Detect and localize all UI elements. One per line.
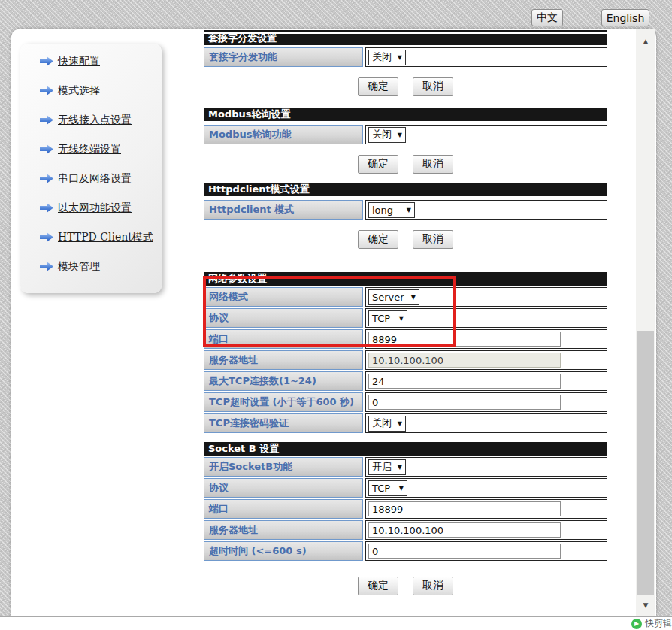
sidebar-item-serial-network[interactable]: 串口及网络设置: [20, 164, 162, 193]
field-label-server-addr-a: 服务器地址: [204, 350, 363, 370]
field-value-cell: [365, 499, 607, 519]
settings-content: 套接字分发设置 套接字分发功能 关闭 ▼ 确定 取消 Modbus轮询设置 Mo…: [204, 30, 607, 595]
field-label-httpd-mode: Httpdclient 模式: [204, 200, 363, 220]
tcp-timeout-input[interactable]: [368, 395, 561, 410]
field-value-cell: 关闭 ▼: [365, 47, 607, 67]
field-label-tcp-timeout: TCP超时设置 (小于等于600 秒): [204, 392, 363, 412]
socketb-enable-select[interactable]: 开启 ▼: [368, 459, 406, 475]
field-label-modbus: Modbus轮询功能: [204, 125, 363, 144]
sidebar-item-label: 快速配置: [58, 55, 100, 68]
confirm-button[interactable]: 确定: [358, 230, 398, 249]
clipped-header-strip: [204, 30, 607, 32]
sidebar-item-mode-select[interactable]: 模式选择: [20, 76, 162, 105]
max-tcp-connections-input[interactable]: [368, 374, 561, 389]
field-value-cell: Server ▼: [365, 287, 607, 307]
field-value-cell: [365, 329, 607, 349]
modbus-poll-select[interactable]: 关闭 ▼: [368, 127, 406, 143]
cancel-button[interactable]: 取消: [413, 155, 453, 174]
network-mode-select[interactable]: Server ▼: [368, 289, 419, 305]
field-label-net-mode: 网络模式: [204, 287, 363, 307]
language-chinese-button[interactable]: 中文: [531, 9, 563, 26]
sidebar-item-sta-settings[interactable]: 无线终端设置: [20, 135, 162, 164]
port-a-input[interactable]: [368, 332, 561, 347]
sidebar-item-label: HTTPD Client模式: [58, 231, 153, 244]
protocol-a-select[interactable]: TCP ▼: [368, 310, 407, 326]
arrow-right-icon: [40, 174, 53, 184]
sidebar-item-label: 无线接入点设置: [58, 114, 132, 127]
arrow-right-icon: [40, 115, 53, 126]
main-panel: 快速配置 模式选择 无线接入点设置 无线终端设置 串口及网络设置 以太网功能设置…: [11, 29, 656, 616]
clip-tool-icon[interactable]: ▶: [631, 619, 642, 629]
arrow-right-icon: [40, 232, 53, 243]
field-value-cell: 开启 ▼: [365, 457, 607, 477]
sidebar-item-ap-settings[interactable]: 无线接入点设置: [20, 105, 162, 135]
chevron-down-icon: ▼: [399, 315, 404, 322]
port-b-input[interactable]: [368, 501, 561, 516]
timeout-b-input[interactable]: [368, 544, 561, 559]
field-label-tcp-password: TCP连接密码验证: [204, 413, 363, 433]
sidebar-item-module-admin[interactable]: 模块管理: [20, 252, 162, 281]
section-header-socket-dist: 套接字分发设置: [204, 34, 607, 45]
section-header-socketb: Socket B 设置: [204, 442, 607, 456]
field-label-max-tcp: 最大TCP连接数(1~24): [204, 371, 363, 391]
field-value-cell: 关闭 ▼: [365, 125, 607, 144]
section-header-httpd: Httpdclient模式设置: [204, 183, 607, 196]
chevron-down-icon: ▼: [411, 294, 416, 301]
field-label-socket-dist: 套接字分发功能: [204, 47, 363, 67]
vertical-scrollbar[interactable]: ▲ ▼: [636, 29, 655, 616]
field-label-port-b: 端口: [204, 499, 363, 519]
cancel-button[interactable]: 取消: [413, 230, 453, 249]
sidebar-item-label: 无线终端设置: [58, 143, 121, 156]
httpd-mode-select[interactable]: long ▼: [368, 202, 415, 218]
server-address-a-input: [368, 353, 561, 368]
bottom-strip: [0, 616, 672, 630]
field-value-cell: [365, 541, 607, 561]
watermark-label: 快剪辑: [645, 617, 672, 630]
language-english-button[interactable]: English: [601, 9, 649, 26]
chevron-down-icon: ▼: [398, 420, 402, 427]
tcp-password-select[interactable]: 关闭 ▼: [368, 416, 406, 432]
arrow-right-icon: [40, 203, 53, 214]
chevron-down-icon: ▼: [398, 54, 402, 61]
field-value-cell: 关闭 ▼: [365, 413, 607, 433]
scrollbar-thumb[interactable]: [637, 331, 654, 595]
arrow-right-icon: [40, 86, 53, 96]
cancel-button[interactable]: 取消: [413, 577, 453, 595]
watermark-badge: ▶ 快剪辑: [631, 617, 672, 630]
chevron-down-icon: ▼: [399, 485, 404, 492]
field-value-cell: [365, 520, 607, 540]
arrow-right-icon: [40, 262, 53, 272]
cancel-button[interactable]: 取消: [413, 77, 453, 96]
section-header-net-params: 网络参数设置: [204, 272, 607, 286]
arrow-right-icon: [40, 56, 53, 67]
server-address-b-input[interactable]: [368, 522, 561, 538]
sidebar-item-httpd-client[interactable]: HTTPD Client模式: [20, 223, 162, 252]
field-label-socketb-enable: 开启SocketB功能: [204, 457, 363, 477]
chevron-down-icon: ▼: [407, 207, 411, 214]
scroll-down-icon[interactable]: ▼: [636, 601, 655, 609]
sidebar-item-label: 以太网功能设置: [58, 201, 132, 215]
field-label-protocol-a: 协议: [204, 308, 363, 328]
sidebar-item-label: 模块管理: [58, 260, 100, 274]
sidebar-item-ethernet[interactable]: 以太网功能设置: [20, 193, 162, 223]
protocol-b-select[interactable]: TCP ▼: [368, 480, 407, 496]
field-value-cell: long ▼: [365, 200, 607, 220]
confirm-button[interactable]: 确定: [358, 577, 398, 595]
chevron-down-icon: ▼: [398, 464, 402, 471]
field-value-cell: [365, 392, 607, 412]
arrow-right-icon: [40, 144, 53, 155]
confirm-button[interactable]: 确定: [358, 155, 398, 174]
sidebar-item-label: 模式选择: [58, 84, 100, 98]
field-label-timeout-b: 超时时间 (<=600 s): [204, 541, 363, 561]
section-header-modbus: Modbus轮询设置: [204, 108, 607, 121]
sidebar-item-quick-config[interactable]: 快速配置: [20, 47, 162, 76]
field-value-cell: TCP ▼: [365, 308, 607, 328]
field-label-server-addr-b: 服务器地址: [204, 520, 363, 540]
sidebar: 快速配置 模式选择 无线接入点设置 无线终端设置 串口及网络设置 以太网功能设置…: [20, 44, 162, 293]
confirm-button[interactable]: 确定: [358, 77, 398, 96]
field-label-protocol-b: 协议: [204, 478, 363, 498]
field-value-cell: TCP ▼: [365, 478, 607, 498]
socket-dist-select[interactable]: 关闭 ▼: [368, 50, 406, 65]
scroll-up-icon[interactable]: ▲: [636, 38, 655, 45]
field-value-cell: [365, 350, 607, 370]
